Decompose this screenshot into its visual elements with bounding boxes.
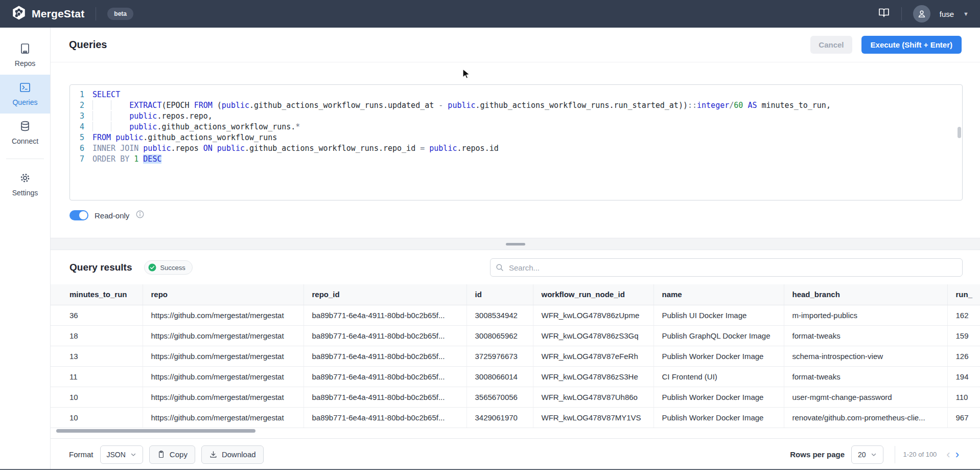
- database-icon: [19, 120, 31, 135]
- line-number: 3: [70, 111, 92, 122]
- footer-divider: [895, 446, 895, 463]
- copy-button[interactable]: Copy: [149, 445, 195, 464]
- status-text: Success: [160, 264, 185, 272]
- previous-page-icon[interactable]: ‹: [944, 449, 952, 460]
- column-header[interactable]: head_branch: [784, 284, 947, 305]
- code-line[interactable]: 2EXTRACT(EPOCH FROM (public.github_actio…: [70, 100, 962, 111]
- horizontal-scrollbar-thumb[interactable]: [56, 429, 255, 433]
- column-header[interactable]: id: [466, 284, 533, 305]
- rows-per-page-label: Rows per page: [790, 450, 845, 459]
- rows-per-page-value: 20: [858, 451, 866, 459]
- sql-editor[interactable]: 1SELECT2EXTRACT(EPOCH FROM (public.githu…: [69, 84, 963, 200]
- sidebar: Repos Queries Connect: [0, 28, 51, 470]
- table-cell: Publish Worker Docker Image: [654, 387, 784, 407]
- page-header: Queries Cancel Execute (Shift + Enter): [51, 28, 980, 62]
- table-row[interactable]: 13https://github.com/mergestat/mergestat…: [51, 346, 980, 366]
- download-button[interactable]: Download: [201, 445, 264, 464]
- results-title: Query results: [69, 262, 132, 273]
- table-cell: WFR_kwLOG478V86zS3Gq: [533, 325, 654, 346]
- table-cell: 3008534942: [466, 305, 533, 325]
- editor-vertical-scrollbar[interactable]: [958, 127, 961, 138]
- column-header[interactable]: repo_id: [304, 284, 466, 305]
- next-page-icon[interactable]: ›: [953, 449, 962, 460]
- table-cell: Publish GraphQL Docker Image: [654, 325, 784, 346]
- info-icon[interactable]: [135, 210, 145, 221]
- sidebar-item-label: Settings: [12, 189, 38, 197]
- code-text: EXTRACT(EPOCH FROM (public.github_action…: [92, 100, 831, 111]
- table-cell: format-tweaks: [784, 366, 947, 387]
- search-input[interactable]: [490, 258, 963, 277]
- user-name[interactable]: fuse: [940, 10, 954, 18]
- code-text: public.github_actions_workflow_runs.*: [92, 122, 300, 132]
- code-text: ORDER BY 1 DESC: [92, 154, 161, 165]
- query-editor-section: 1SELECT2EXTRACT(EPOCH FROM (public.githu…: [51, 62, 980, 238]
- column-header[interactable]: workflow_run_node_id: [533, 284, 654, 305]
- column-header[interactable]: name: [654, 284, 784, 305]
- sidebar-item-queries[interactable]: Queries: [0, 75, 50, 114]
- download-icon: [209, 450, 218, 459]
- table-cell: https://github.com/mergestat/mergestat: [143, 387, 304, 407]
- table-cell: 967: [947, 407, 980, 428]
- table-cell: https://github.com/mergestat/mergestat: [143, 366, 304, 387]
- avatar[interactable]: [913, 5, 930, 23]
- sidebar-item-label: Repos: [15, 59, 35, 68]
- readonly-toggle[interactable]: [69, 210, 88, 220]
- code-line[interactable]: 4public.github_actions_workflow_runs.*: [70, 122, 962, 132]
- table-cell: 162: [947, 305, 980, 325]
- column-header[interactable]: minutes_to_run: [51, 284, 143, 305]
- sidebar-item-settings[interactable]: Settings: [0, 165, 50, 204]
- brand[interactable]: MergeStat: [11, 5, 84, 23]
- column-header[interactable]: repo: [143, 284, 304, 305]
- table-cell: 10: [51, 387, 143, 407]
- code-line[interactable]: 3public.repos.repo,: [70, 111, 962, 122]
- table-row[interactable]: 11https://github.com/mergestat/mergestat…: [51, 366, 980, 387]
- table-cell: ba89b771-6e4a-4911-80bd-b0c2b65f...: [304, 407, 466, 428]
- table-cell: 159: [947, 325, 980, 346]
- table-cell: https://github.com/mergestat/mergestat: [143, 346, 304, 366]
- terminal-icon: [19, 81, 31, 96]
- chevron-down-icon[interactable]: ▼: [963, 11, 969, 17]
- table-cell: Publish UI Docker Image: [654, 305, 784, 325]
- page-title: Queries: [69, 39, 107, 51]
- docs-book-icon[interactable]: [878, 7, 890, 21]
- table-cell: WFR_kwLOG478V86zS3He: [533, 366, 654, 387]
- navbar-divider: [96, 7, 96, 20]
- table-cell: ba89b771-6e4a-4911-80bd-b0c2b65f...: [304, 366, 466, 387]
- table-row[interactable]: 10https://github.com/mergestat/mergestat…: [51, 407, 980, 428]
- mergestat-logo-icon: [11, 5, 27, 23]
- table-cell: WFR_kwLOG478V87Uh86o: [533, 387, 654, 407]
- check-circle-icon: [148, 263, 157, 272]
- table-cell: 3725976673: [466, 346, 533, 366]
- code-line[interactable]: 1SELECT: [70, 89, 962, 100]
- code-text: INNER JOIN public.repos ON public.github…: [92, 143, 499, 154]
- cancel-button[interactable]: Cancel: [810, 36, 852, 54]
- sidebar-item-label: Connect: [12, 137, 38, 145]
- table-cell: WFR_kwLOG478V87MY1VS: [533, 407, 654, 428]
- brand-name: MergeStat: [32, 8, 84, 20]
- table-row[interactable]: 36https://github.com/mergestat/mergestat…: [51, 305, 980, 325]
- table-cell: 18: [51, 325, 143, 346]
- table-cell: 11: [51, 366, 143, 387]
- table-cell: Publish Worker Docker Image: [654, 407, 784, 428]
- code-line[interactable]: 7ORDER BY 1 DESC: [70, 154, 962, 165]
- table-cell: schema-introspection-view: [784, 346, 947, 366]
- resize-handle[interactable]: [506, 243, 525, 245]
- table-cell: user-mgmt-change-password: [784, 387, 947, 407]
- format-select[interactable]: JSON: [100, 445, 143, 464]
- navbar-divider: [901, 7, 902, 20]
- beta-badge: beta: [107, 8, 133, 20]
- table-cell: https://github.com/mergestat/mergestat: [143, 407, 304, 428]
- sidebar-item-repos[interactable]: Repos: [0, 36, 50, 75]
- query-results-section: Query results Success: [51, 250, 980, 470]
- table-row[interactable]: 18https://github.com/mergestat/mergestat…: [51, 325, 980, 346]
- code-line[interactable]: 5FROM public.github_actions_workflow_run…: [70, 132, 962, 143]
- table-cell: format-tweaks: [784, 325, 947, 346]
- pane-divider: [51, 238, 980, 250]
- column-header[interactable]: run_: [947, 284, 980, 305]
- gear-icon: [19, 172, 31, 186]
- rows-per-page-select[interactable]: 20: [851, 445, 883, 464]
- execute-button[interactable]: Execute (Shift + Enter): [861, 36, 962, 54]
- table-row[interactable]: 10https://github.com/mergestat/mergestat…: [51, 387, 980, 407]
- sidebar-item-connect[interactable]: Connect: [0, 114, 50, 152]
- code-line[interactable]: 6INNER JOIN public.repos ON public.githu…: [70, 143, 962, 154]
